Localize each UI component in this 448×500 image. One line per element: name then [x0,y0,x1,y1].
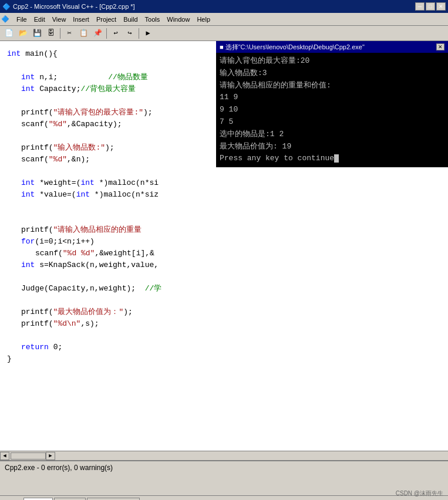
save-all-button[interactable]: 🗄 [45,27,58,40]
menu-view[interactable]: View [49,15,70,24]
app-icon: 🔷 [2,3,11,11]
tab-find-in-files[interactable]: Find in Files 1 [87,498,140,500]
save-button[interactable]: 💾 [31,27,43,40]
window-controls: ─ □ ✕ [415,2,446,11]
watermark: CSDN @沫雨先生 [396,489,443,498]
code-line [7,271,441,283]
console-line-5: 9 10 [220,104,444,116]
open-button[interactable]: 📂 [16,27,29,40]
code-line: printf("%d\n",s); [7,318,441,330]
toolbar: 📄 📂 💾 🗄 ✂ 📋 📌 ↩ ↪ ▶ [0,26,448,41]
code-line: int *value=(int *)malloc(n*siz [7,189,441,201]
run-button[interactable]: ▶ [142,27,154,40]
code-line: printf("请输入物品相应的的重量 [7,224,441,236]
menu-edit[interactable]: Edit [31,15,49,24]
close-button[interactable]: ✕ [436,2,446,11]
scroll-right-button[interactable]: ▶ [46,452,55,460]
paste-button[interactable]: 📌 [91,27,104,40]
console-line-7: 选中的物品是:1 2 [220,129,444,141]
code-line [7,201,441,212]
code-line: int *weight=(int *)malloc(n*si [7,177,441,189]
tab-build[interactable]: Build [23,498,53,500]
code-line [7,295,441,306]
code-line: for(i=0;i<n;i++) [7,236,441,248]
scroll-bar[interactable]: ◀ ▶ [0,451,448,460]
keyword: int [7,48,21,60]
watermark-text: CSDN @沫雨先生 [396,490,443,496]
window-title: Cpp2 - Microsoft Visual C++ - [Cpp2.cpp … [13,3,135,10]
toolbar-separator-3 [139,28,139,39]
menu-tools[interactable]: Tools [142,15,164,24]
console-title-bar: ■ 选择"C:\Users\lenovo\Desktop\Debug\Cpp2.… [216,41,448,53]
console-line-9: Press any key to continue [220,153,444,165]
toolbar-separator-2 [106,28,107,39]
toolbar-separator-1 [60,28,60,39]
redo-button[interactable]: ↪ [123,27,136,40]
scroll-left-button[interactable]: ◀ [0,452,9,460]
output-text: Cpp2.exe - 0 error(s), 0 warning(s) [5,464,443,472]
code-line [7,212,441,224]
console-line-3: 请输入物品相应的的重量和价值: [220,80,444,92]
undo-button[interactable]: ↩ [109,27,122,40]
menu-build[interactable]: Build [120,15,141,24]
console-title: 选择"C:\Users\lenovo\Desktop\Debug\Cpp2.ex… [225,43,365,52]
tab-bar: ◀ ▶ Build Debug Find in Files 1 ◀ ▶ [0,495,448,500]
output-panel: Cpp2.exe - 0 error(s), 0 warning(s) [0,460,448,495]
console-line-6: 7 5 [220,116,444,129]
code-line: printf("最大物品价值为："); [7,306,441,318]
console-line-2: 输入物品数:3 [220,67,444,80]
copy-button[interactable]: 📋 [77,27,90,40]
console-line-1: 请输入背包的最大容量:20 [220,55,444,67]
code-line: Judge(Capacity,n,weight); //学 [7,283,441,295]
menu-help[interactable]: Help [193,15,214,24]
tab-debug[interactable]: Debug [54,498,86,500]
menu-window[interactable]: Window [163,15,193,24]
menu-icon: 🔷 [1,15,9,23]
cursor [334,154,339,163]
minimize-button[interactable]: ─ [415,2,425,11]
code-line: int s=KnapSack(n,weight,value, [7,259,441,271]
code-line: scanf("%d %d",&weight[i],& [7,248,441,259]
code-line [7,330,441,342]
console-icon: ■ [220,43,224,50]
scroll-thumb[interactable] [11,452,46,460]
code-line: } [7,353,441,365]
code-line: return 0; [7,342,441,353]
menu-insert[interactable]: Insert [69,15,93,24]
main-area: int main(){ int n,i; //物品数量 int Capacity… [0,41,448,451]
console-line-4: 11 9 [220,92,444,104]
cut-button[interactable]: ✂ [63,27,76,40]
console-line-8: 最大物品价值为: 19 [220,141,444,153]
new-file-button[interactable]: 📄 [2,27,15,40]
menu-file[interactable]: File [13,15,31,24]
menu-project[interactable]: Project [93,15,120,24]
title-bar: 🔷 Cpp2 - Microsoft Visual C++ - [Cpp2.cp… [0,0,448,13]
console-close-button[interactable]: ✕ [436,43,444,50]
menu-bar: 🔷 File Edit View Insert Project Build To… [0,13,448,26]
maximize-button[interactable]: □ [426,2,435,11]
console-window: ■ 选择"C:\Users\lenovo\Desktop\Debug\Cpp2.… [216,41,448,167]
console-body: 请输入背包的最大容量:20 输入物品数:3 请输入物品相应的的重量和价值: 11… [216,53,448,167]
